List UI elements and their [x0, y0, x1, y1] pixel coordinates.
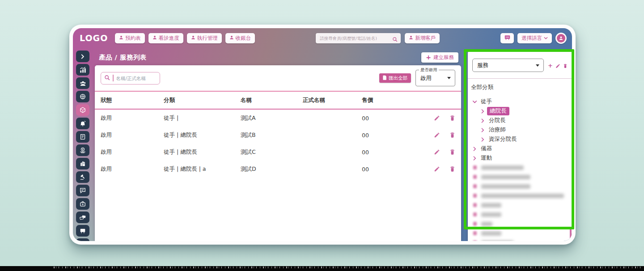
redacted-tree-item[interactable]: [468, 200, 572, 210]
tree-item-label: 徒手: [481, 98, 492, 106]
chevron-right-icon: [473, 241, 477, 241]
medical-kit-icon: [80, 201, 86, 207]
cell-category: 徒手 | 總院長 | a: [164, 165, 241, 173]
cash-stack-icon: [80, 214, 86, 220]
navbar-right-group: 選擇語言: [500, 33, 567, 44]
whiteboard-icon: [80, 228, 86, 234]
col-price: 售價: [362, 97, 428, 104]
app-window: LOGO 預約表 看診進度 執行管理: [69, 25, 576, 245]
edit-button[interactable]: [434, 166, 440, 172]
name-search-input[interactable]: [116, 76, 157, 81]
export-all-button[interactable]: 匯出全部: [379, 73, 411, 83]
sidebar-item-auction[interactable]: [76, 171, 89, 183]
redacted-tree-item[interactable]: [468, 172, 572, 182]
chevron-right-icon: [473, 231, 477, 235]
sidebar-item-notifications[interactable]: [76, 118, 89, 129]
sidebar-item-globe[interactable]: [76, 91, 89, 102]
user-avatar[interactable]: [555, 33, 567, 44]
screenshot-stage: LOGO 預約表 看診進度 執行管理: [0, 0, 644, 271]
table-header-row: 狀態 分類 名稱 正式名稱 售價: [95, 92, 461, 110]
sidebar-item-whiteboard[interactable]: [76, 225, 89, 237]
sidebar-item-members[interactable]: [76, 77, 89, 89]
redacted-tree-item[interactable]: [468, 210, 572, 219]
redacted-label: [481, 231, 501, 236]
language-selector[interactable]: 選擇語言: [517, 33, 552, 43]
sidebar-item-company[interactable]: [76, 158, 89, 169]
redacted-tree-item[interactable]: [468, 191, 572, 200]
content-area: 產品 / 服務列表 + 建立服務: [73, 48, 572, 241]
member-search-input[interactable]: [316, 33, 401, 43]
enabled-filter-label: 是否啟用: [419, 67, 439, 73]
gavel-icon: [80, 174, 86, 180]
table-row: 啟用 徒手 | 總院長 測試C 00: [95, 144, 461, 161]
cell-price: 00: [362, 115, 428, 122]
member-search: [316, 33, 401, 43]
edit-button[interactable]: [434, 149, 440, 155]
nav-appointments-button[interactable]: 預約表: [115, 33, 145, 43]
tree-item-label: 儀器: [481, 145, 492, 152]
chat-icon: [80, 187, 86, 194]
create-service-button[interactable]: + 建立服務: [421, 52, 458, 63]
redacted-label: [481, 165, 524, 170]
redacted-label: [481, 203, 501, 207]
delete-button[interactable]: [449, 132, 455, 138]
redacted-tree-item[interactable]: [468, 229, 572, 238]
nav-execution-button[interactable]: 執行管理: [187, 33, 222, 43]
nav-progress-button[interactable]: 看診進度: [148, 33, 183, 43]
tree-item[interactable]: 資深分院長: [468, 135, 572, 144]
tree-item[interactable]: 分院長: [468, 116, 572, 125]
redacted-label: [481, 212, 501, 217]
search-icon: [392, 35, 398, 44]
delete-button[interactable]: [449, 166, 455, 172]
sidebar-item-cash[interactable]: [76, 212, 89, 223]
panel-scrollbar[interactable]: [570, 229, 572, 239]
category-type-select[interactable]: 服務: [472, 59, 544, 72]
tree-item[interactable]: 儀器: [468, 144, 572, 153]
edit-button[interactable]: [434, 115, 440, 121]
bottom-taskbar-strip: [0, 266, 644, 271]
tree-item[interactable]: 徒手: [468, 97, 572, 106]
redacted-tree-item[interactable]: [468, 219, 572, 229]
category-tree: 徒手 總院長 分院長 治療師: [468, 97, 572, 241]
delete-category-button[interactable]: [563, 63, 568, 68]
sidebar-item-records[interactable]: [76, 131, 89, 143]
category-type-value: 服務: [477, 62, 488, 69]
nav-button-label: 執行管理: [197, 35, 218, 42]
main-column: 產品 / 服務列表 + 建立服務: [95, 49, 461, 241]
enabled-filter-select[interactable]: 是否啟用 啟用: [415, 70, 455, 86]
chevron-right-icon: [473, 212, 477, 216]
nav-button-label: 收銀台: [236, 35, 251, 42]
queue-board-button[interactable]: [500, 33, 514, 43]
edit-button[interactable]: [434, 132, 440, 138]
edit-category-button[interactable]: [555, 63, 560, 68]
chevron-right-icon: [481, 119, 484, 123]
delete-button[interactable]: [449, 149, 455, 155]
nav-button-label: 預約表: [125, 35, 141, 42]
delete-button[interactable]: [449, 115, 455, 121]
col-status: 狀態: [101, 97, 164, 104]
redacted-tree-item[interactable]: [468, 182, 572, 191]
redacted-tree-item[interactable]: [468, 163, 572, 172]
cell-category: 徒手 | 總院長: [164, 148, 241, 156]
tree-item[interactable]: 運動: [468, 153, 572, 163]
category-panel: 服務 + 全部分類 徒手: [468, 51, 572, 241]
add-category-button[interactable]: +: [548, 63, 553, 68]
redacted-tree-item[interactable]: [468, 238, 572, 241]
sidebar-item-clipped[interactable]: [76, 238, 89, 241]
tree-item[interactable]: 治療師: [468, 125, 572, 135]
sidebar-item-analytics[interactable]: [76, 64, 89, 76]
sidebar-item-medical[interactable]: [76, 198, 89, 210]
add-customer-button[interactable]: 新增客戶: [405, 33, 440, 43]
sidebar-item-messages[interactable]: [76, 185, 89, 196]
service-table: 狀態 分類 名稱 正式名稱 售價 啟用 徒手 | 測試A: [95, 91, 461, 178]
sidebar-item-payments[interactable]: [76, 144, 89, 156]
filter-row: 匯出全部 是否啟用 啟用: [95, 65, 461, 91]
records-book-icon: [80, 134, 86, 140]
tree-item-label: 運動: [481, 154, 492, 162]
nav-cashier-button[interactable]: 收銀台: [225, 33, 255, 43]
sidebar-expand-button[interactable]: [76, 51, 89, 62]
left-sidebar: [73, 49, 93, 241]
sidebar-item-products[interactable]: [76, 104, 89, 116]
chevron-right-icon: [473, 194, 477, 198]
tree-item[interactable]: 總院長: [468, 106, 572, 116]
